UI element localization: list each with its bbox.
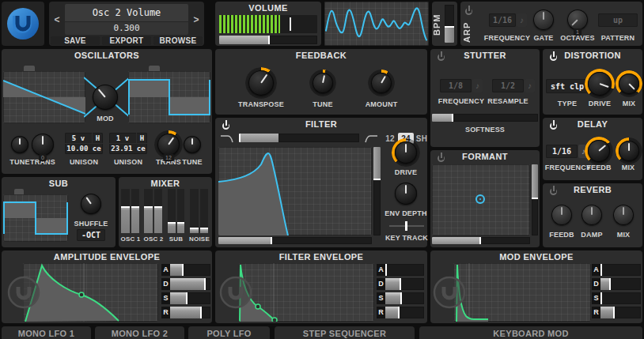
formant-xy-pad[interactable] [432,164,530,235]
filter-key-track-slider[interactable] [389,225,424,227]
formant-y-slider[interactable] [532,164,538,235]
export-button[interactable]: EXPORT [102,36,151,45]
filter-drive-label: DRIVE [388,168,424,176]
filter-decay-slider[interactable] [385,278,424,290]
mod-sustain-slider[interactable] [600,292,641,304]
bpm-panel: BPM [432,2,457,46]
delay-panel: DELAY 1/16 ♪ FREQUENCY FEEDB MIX [543,118,642,180]
mod-decay-letter: D [592,278,600,290]
sub-shuffle-knob[interactable] [78,190,104,217]
bpm-slider[interactable] [445,5,454,43]
helm-watermark-icon [432,275,467,310]
feedback-transpose-knob[interactable] [245,67,277,99]
filter-envelope-title: FILTER ENVELOPE [215,252,427,262]
delay-mix-knob[interactable] [616,137,642,164]
amp-attack-letter: A [161,264,170,276]
amp-decay-slider[interactable] [170,278,210,290]
reverb-mix-knob[interactable] [610,202,637,228]
osc2-waveform-display[interactable] [128,71,210,123]
stutter-frequency-note-icon[interactable]: ♪ [472,79,483,92]
osc2-trans-knob[interactable]: 12 [154,130,183,159]
filter-attack-slider[interactable] [385,264,424,276]
mod-attack-slider[interactable] [600,264,641,276]
formant-x-slider[interactable] [432,237,530,244]
arp-gate-knob[interactable] [530,6,557,33]
osc1-trans-knob[interactable]: 0 [28,130,57,159]
filter-env-depth-knob[interactable] [392,179,420,208]
helm-watermark-icon [6,275,41,310]
mod-release-slider[interactable] [600,307,641,318]
tab-mono-lfo-2[interactable]: MONO LFO 2 [95,326,184,339]
amp-attack-slider[interactable] [170,264,210,276]
patch-name[interactable]: Osc 2 Volume [65,4,188,21]
distortion-mix-knob[interactable] [616,70,642,97]
arp-power-icon[interactable] [465,8,472,15]
tab-poly-lfo[interactable]: POLY LFO [188,326,270,339]
osc2-tune-knob[interactable] [180,133,204,156]
stutter-resample-value[interactable]: 1/2 [492,79,524,92]
amp-sustain-slider[interactable] [170,292,210,304]
delay-feedback-knob[interactable] [585,137,613,165]
stutter-frequency-value[interactable]: 1/8 [440,79,472,92]
formant-xy-handle[interactable] [475,194,485,204]
osc2-tune-label: TUNE [180,158,205,166]
feedback-amount-knob[interactable] [368,70,395,96]
browse-button[interactable]: BROWSE [153,36,203,45]
amp-release-slider[interactable] [170,307,210,318]
reverb-panel: REVERB FEEDB DAMP MIX [543,183,642,247]
filter-resonance-slider[interactable] [373,147,381,235]
osc1-waveform-display[interactable] [3,71,85,123]
amplitude-envelope-graph[interactable] [23,263,158,322]
delay-title: DELAY [543,119,642,129]
patch-next-button[interactable]: > [190,5,203,35]
reverb-feedback-knob[interactable] [548,202,575,228]
filter-drive-knob[interactable] [392,138,420,167]
osc1-mod-indicator [24,66,35,71]
filter-cutoff-slider[interactable] [218,237,372,244]
mixer-osc1-fader[interactable] [121,189,139,233]
oscillators-panel: OSCILLATORS MOD TUNE [2,49,212,174]
mod-decay-slider[interactable] [600,278,641,290]
sub-waveform-display[interactable] [3,194,68,242]
filter-release-slider[interactable] [385,307,424,318]
mixer-panel: MIXER OSC 1 OSC 2 SUB NOISE [119,177,212,247]
arp-pattern-value[interactable]: up [598,13,638,27]
filter-blend-slider[interactable] [239,134,359,142]
osc1-unison-control[interactable]: 5 vH 10.00 ce [65,133,103,154]
arp-frequency-note-icon[interactable]: ♪ [517,13,527,27]
save-button[interactable]: SAVE [51,36,100,45]
stutter-softness-slider[interactable] [432,114,538,122]
osc-mod-knob[interactable] [89,81,121,113]
feedback-tune-knob[interactable] [309,70,336,96]
sub-octave-button[interactable]: -OCT [77,229,105,241]
osc2-unison-control[interactable]: 1 vH 23.91 ce [109,133,147,154]
mod-envelope-graph[interactable] [453,263,591,322]
mixer-noise-fader[interactable] [190,189,208,233]
distortion-drive-knob[interactable] [585,69,615,99]
patch-browser: < Osc 2 Volume 0.300 > SAVE EXPORT BROWS… [49,2,204,46]
stutter-resample-label: RESAMPLE [483,97,533,105]
mixer-sub-fader[interactable] [168,189,184,233]
patch-value[interactable]: 0.300 [65,22,188,35]
mixer-osc2-fader[interactable] [144,189,162,233]
filter-envelope-graph[interactable] [239,263,374,322]
mixer-sub-label: SUB [165,235,187,243]
distortion-type-value[interactable]: sft clp [546,79,589,93]
stutter-resample-note-icon[interactable]: ♪ [525,79,535,92]
filter-decay-letter: D [377,278,385,290]
tab-keyboard-mod[interactable]: KEYBOARD MOD [419,326,642,339]
reverb-damp-knob[interactable] [578,202,605,228]
filter-sustain-slider[interactable] [385,292,424,304]
formant-title: FORMANT [430,152,540,161]
patch-prev-button[interactable]: < [51,5,63,35]
tab-mono-lfo-1[interactable]: MONO LFO 1 [2,326,91,339]
mod-attack-letter: A [592,264,600,276]
distortion-type-label: TYPE [547,100,587,107]
filter-response-display[interactable] [218,147,372,235]
arp-octaves-knob[interactable]: 1 [564,6,591,33]
delay-frequency-value[interactable]: 1/16 [546,145,578,158]
arp-frequency-value[interactable]: 1/16 [489,13,516,27]
distortion-mix-label: MIX [614,100,644,107]
tab-step-sequencer[interactable]: STEP SEQUENCER [275,326,415,339]
volume-slider[interactable] [219,36,317,44]
